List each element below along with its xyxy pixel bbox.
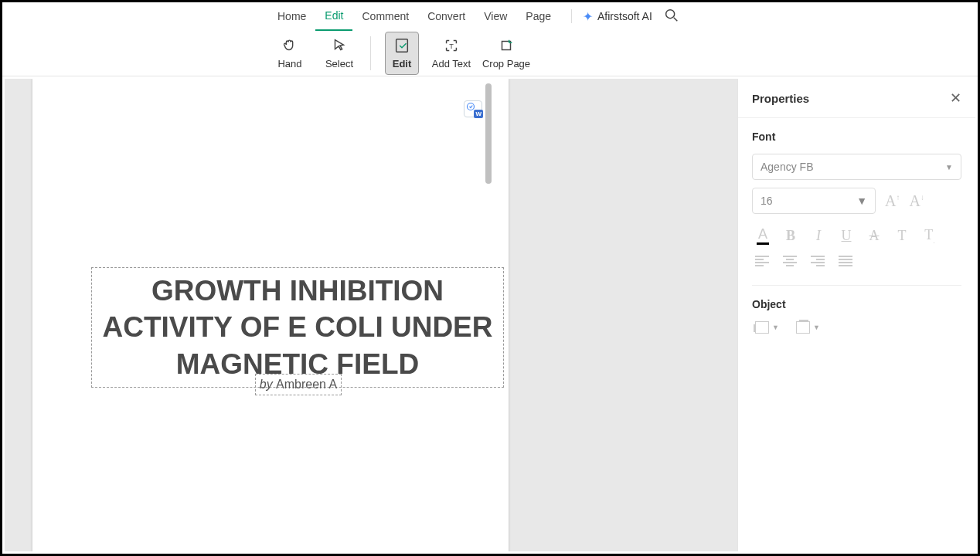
- chevron-down-icon: ▼: [772, 324, 779, 331]
- bold-button[interactable]: B: [783, 228, 798, 244]
- font-family-value: Agency FB: [761, 161, 813, 173]
- title-text: GROWTH INHIBITION ACTIVITY OF E COLI UND…: [94, 273, 502, 382]
- object-heading: Object: [752, 298, 961, 310]
- ai-label: Afirstsoft AI: [597, 10, 652, 22]
- font-heading: Font: [752, 131, 961, 143]
- svg-line-1: [674, 17, 678, 21]
- author-text-box[interactable]: by Ambreen A: [255, 374, 342, 395]
- document-area[interactable]: GROWTH INHIBITION ACTIVITY OF E COLI UND…: [5, 79, 737, 551]
- panel-header: Properties ✕: [738, 79, 975, 118]
- menu-edit[interactable]: Edit: [315, 2, 352, 31]
- properties-panel: Properties ✕ Font Agency FB ▼ 16 ▼ A↑ A↓…: [737, 79, 975, 551]
- ai-assistant-button[interactable]: ✦ Afirstsoft AI: [583, 9, 652, 24]
- tool-select-label: Select: [325, 58, 353, 70]
- tool-hand-label: Hand: [277, 58, 301, 70]
- decrease-font-icon[interactable]: A↓: [909, 192, 924, 210]
- svg-text:T: T: [449, 42, 454, 50]
- edit-toolbar: Hand Select Edit T Add Text Crop Page: [2, 30, 978, 76]
- cursor-icon: [331, 36, 348, 55]
- tool-crop-label: Crop Page: [482, 58, 530, 70]
- title-text-box[interactable]: GROWTH INHIBITION ACTIVITY OF E COLI UND…: [91, 267, 504, 388]
- tool-add-text[interactable]: T Add Text: [427, 32, 476, 75]
- font-family-select[interactable]: Agency FB ▼: [752, 154, 961, 180]
- tool-hand[interactable]: Hand: [265, 32, 315, 75]
- align-objects-icon: [755, 321, 769, 334]
- menu-home[interactable]: Home: [268, 2, 315, 30]
- italic-button[interactable]: I: [811, 228, 826, 244]
- object-align-button[interactable]: ▼: [755, 321, 779, 334]
- distribute-objects-icon: [796, 321, 810, 334]
- object-section: Object ▼ ▼: [738, 286, 975, 346]
- strikethrough-button[interactable]: A: [866, 228, 882, 244]
- add-text-icon: T: [443, 36, 460, 55]
- author-name: Ambreen A: [276, 378, 337, 391]
- increase-font-icon[interactable]: A↑: [885, 192, 900, 210]
- tool-crop-page[interactable]: Crop Page: [476, 32, 536, 75]
- author-text: by Ambreen A: [256, 378, 341, 392]
- svg-point-5: [468, 103, 475, 110]
- top-menubar: Home Edit Comment Convert View Page ✦ Af…: [2, 2, 978, 30]
- sparkle-icon: ✦: [583, 9, 593, 24]
- menu-convert[interactable]: Convert: [418, 2, 475, 30]
- menu-view[interactable]: View: [475, 2, 516, 30]
- close-icon[interactable]: ✕: [950, 90, 961, 107]
- vertical-scrollbar[interactable]: [485, 83, 492, 184]
- align-right-button[interactable]: [811, 256, 825, 266]
- document-page[interactable]: GROWTH INHIBITION ACTIVITY OF E COLI UND…: [32, 79, 509, 551]
- panel-title: Properties: [752, 92, 809, 105]
- superscript-button[interactable]: T: [894, 228, 910, 244]
- menu-comment[interactable]: Comment: [352, 2, 418, 30]
- object-distribute-button[interactable]: ▼: [796, 321, 820, 334]
- word-badge-icon[interactable]: W: [464, 100, 482, 117]
- font-color-button[interactable]: A: [755, 226, 771, 245]
- font-size-value: 16: [761, 195, 773, 207]
- underline-button[interactable]: U: [839, 228, 854, 244]
- svg-rect-2: [396, 39, 408, 53]
- menu-divider: [571, 9, 572, 23]
- align-justify-button[interactable]: [839, 256, 852, 266]
- chevron-down-icon: ▼: [813, 324, 820, 331]
- workspace: GROWTH INHIBITION ACTIVITY OF E COLI UND…: [5, 79, 975, 551]
- edit-icon: [393, 36, 410, 55]
- align-center-button[interactable]: [783, 256, 797, 266]
- menu-page[interactable]: Page: [516, 2, 560, 30]
- search-icon[interactable]: [663, 7, 680, 26]
- tool-edit[interactable]: Edit: [385, 32, 419, 75]
- tool-edit-label: Edit: [393, 58, 412, 70]
- svg-point-0: [665, 9, 674, 18]
- subscript-button[interactable]: T.: [922, 227, 937, 245]
- crop-icon: [498, 36, 515, 55]
- tool-add-text-label: Add Text: [432, 58, 471, 70]
- by-prefix: by: [260, 378, 276, 391]
- font-section: Font Agency FB ▼ 16 ▼ A↑ A↓ A B I U A T: [738, 118, 975, 279]
- hand-icon: [281, 36, 298, 55]
- tool-select[interactable]: Select: [315, 32, 364, 75]
- chevron-down-icon: ▼: [856, 195, 867, 207]
- tool-divider: [370, 36, 371, 70]
- chevron-down-icon: ▼: [945, 163, 953, 171]
- align-left-button[interactable]: [755, 256, 769, 266]
- font-size-select[interactable]: 16 ▼: [752, 188, 876, 214]
